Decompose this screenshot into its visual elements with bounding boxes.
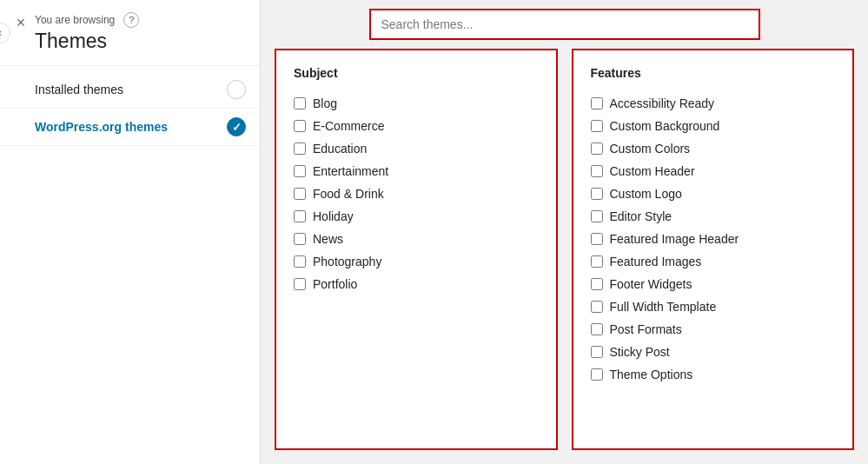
subject-item-portfolio[interactable]: Portfolio xyxy=(294,273,539,295)
label-photography: Photography xyxy=(313,255,381,268)
subject-item-blog[interactable]: Blog xyxy=(294,92,539,115)
label-feat-custom-header: Custom Header xyxy=(610,164,695,178)
feature-item-custom-background[interactable]: Custom Background xyxy=(591,115,836,137)
label-holiday: Holiday xyxy=(313,209,354,223)
sidebar-header: ‹ You are browsing ? Themes xyxy=(0,0,260,66)
feature-item-post-formats[interactable]: Post Formats xyxy=(591,318,836,341)
checkbox-food-drink[interactable] xyxy=(294,188,306,200)
subject-items-container: Blog E-Commerce Education Entertainment … xyxy=(294,92,539,295)
sidebar-item-installed[interactable]: Installed themes xyxy=(0,71,260,109)
checkbox-photography[interactable] xyxy=(294,255,306,268)
search-input[interactable] xyxy=(371,10,759,38)
checkbox-news[interactable] xyxy=(294,233,306,245)
label-feat-custom-background: Custom Background xyxy=(610,119,720,133)
checkbox-feat-custom-header[interactable] xyxy=(591,165,603,177)
installed-radio xyxy=(227,80,246,99)
label-blog: Blog xyxy=(313,96,337,110)
feature-item-custom-colors[interactable]: Custom Colors xyxy=(591,137,836,160)
checkbox-portfolio[interactable] xyxy=(294,278,306,290)
feature-item-full-width-template[interactable]: Full Width Template xyxy=(591,295,836,318)
browsing-label-text: You are browsing xyxy=(35,14,115,26)
feature-item-accessibility-ready[interactable]: Accessibility Ready xyxy=(591,92,836,115)
label-feat-featured-image-header: Featured Image Header xyxy=(610,232,739,246)
features-panel-title: Features xyxy=(591,66,836,80)
label-feat-footer-widgets: Footer Widgets xyxy=(610,277,692,291)
checkbox-education[interactable] xyxy=(294,143,306,155)
subject-item-food-drink[interactable]: Food & Drink xyxy=(294,182,539,205)
filter-panels: Subject Blog E-Commerce Education Entert… xyxy=(261,49,868,464)
checkbox-feat-sticky-post[interactable] xyxy=(591,346,603,358)
sidebar-title: Themes xyxy=(35,30,246,53)
search-bar-area xyxy=(261,0,868,49)
sidebar-nav: Installed themes WordPress.org themes ✓ xyxy=(0,71,260,146)
sidebar: × ‹ You are browsing ? Themes Installed … xyxy=(0,0,261,464)
feature-item-theme-options[interactable]: Theme Options xyxy=(591,363,836,386)
subject-item-holiday[interactable]: Holiday xyxy=(294,205,539,228)
subject-item-education[interactable]: Education xyxy=(294,137,539,160)
checkbox-feat-theme-options[interactable] xyxy=(591,368,603,381)
label-feat-featured-images: Featured Images xyxy=(610,255,702,268)
subject-panel-title: Subject xyxy=(294,66,539,80)
checkbox-entertainment[interactable] xyxy=(294,165,306,177)
label-feat-sticky-post: Sticky Post xyxy=(610,345,670,359)
label-portfolio: Portfolio xyxy=(313,277,357,291)
subject-panel: Subject Blog E-Commerce Education Entert… xyxy=(275,49,558,450)
checkbox-feat-custom-background[interactable] xyxy=(591,120,603,132)
label-food-drink: Food & Drink xyxy=(313,187,384,201)
installed-themes-label: Installed themes xyxy=(35,83,123,96)
feature-item-featured-image-header[interactable]: Featured Image Header xyxy=(591,228,836,250)
label-feat-custom-colors: Custom Colors xyxy=(610,142,691,156)
checkbox-feat-custom-logo[interactable] xyxy=(591,188,603,200)
label-feat-theme-options: Theme Options xyxy=(610,368,693,381)
checkbox-feat-custom-colors[interactable] xyxy=(591,143,603,155)
subject-item-news[interactable]: News xyxy=(294,228,539,250)
help-icon[interactable]: ? xyxy=(123,12,139,28)
checkbox-feat-featured-images[interactable] xyxy=(591,255,603,268)
feature-item-editor-style[interactable]: Editor Style xyxy=(591,205,836,228)
collapse-button[interactable]: ‹ xyxy=(0,23,10,43)
checkbox-feat-accessibility-ready[interactable] xyxy=(591,97,603,109)
features-panel: Features Accessibility Ready Custom Back… xyxy=(572,49,855,450)
label-ecommerce: E-Commerce xyxy=(313,119,384,133)
feature-item-featured-images[interactable]: Featured Images xyxy=(591,250,836,273)
main-content: Subject Blog E-Commerce Education Entert… xyxy=(261,0,868,464)
features-items-container: Accessibility Ready Custom Background Cu… xyxy=(591,92,836,386)
label-education: Education xyxy=(313,142,367,156)
browsing-label: You are browsing ? xyxy=(35,12,246,28)
wordpress-org-label: WordPress.org themes xyxy=(35,120,168,134)
feature-item-custom-logo[interactable]: Custom Logo xyxy=(591,182,836,205)
label-feat-custom-logo: Custom Logo xyxy=(610,187,682,201)
checkbox-feat-post-formats[interactable] xyxy=(591,323,603,335)
checkbox-feat-editor-style[interactable] xyxy=(591,210,603,222)
feature-item-sticky-post[interactable]: Sticky Post xyxy=(591,341,836,363)
checkbox-feat-featured-image-header[interactable] xyxy=(591,233,603,245)
checkbox-ecommerce[interactable] xyxy=(294,120,306,132)
subject-item-entertainment[interactable]: Entertainment xyxy=(294,160,539,182)
search-wrapper xyxy=(369,9,760,40)
sidebar-item-wordpress-org[interactable]: WordPress.org themes ✓ xyxy=(0,109,260,146)
checkbox-feat-full-width-template[interactable] xyxy=(591,301,603,313)
subject-item-photography[interactable]: Photography xyxy=(294,250,539,273)
subject-item-ecommerce[interactable]: E-Commerce xyxy=(294,115,539,137)
label-feat-post-formats: Post Formats xyxy=(610,322,682,336)
label-feat-accessibility-ready: Accessibility Ready xyxy=(610,96,715,110)
collapse-icon: ‹ xyxy=(0,27,2,39)
checkbox-holiday[interactable] xyxy=(294,210,306,222)
checkbox-blog[interactable] xyxy=(294,97,306,109)
label-feat-editor-style: Editor Style xyxy=(610,209,673,223)
checkbox-feat-footer-widgets[interactable] xyxy=(591,278,603,290)
wordpress-org-radio: ✓ xyxy=(227,117,246,136)
feature-item-footer-widgets[interactable]: Footer Widgets xyxy=(591,273,836,295)
label-news: News xyxy=(313,232,343,246)
label-entertainment: Entertainment xyxy=(313,164,388,178)
feature-item-custom-header[interactable]: Custom Header xyxy=(591,160,836,182)
label-feat-full-width-template: Full Width Template xyxy=(610,300,717,314)
